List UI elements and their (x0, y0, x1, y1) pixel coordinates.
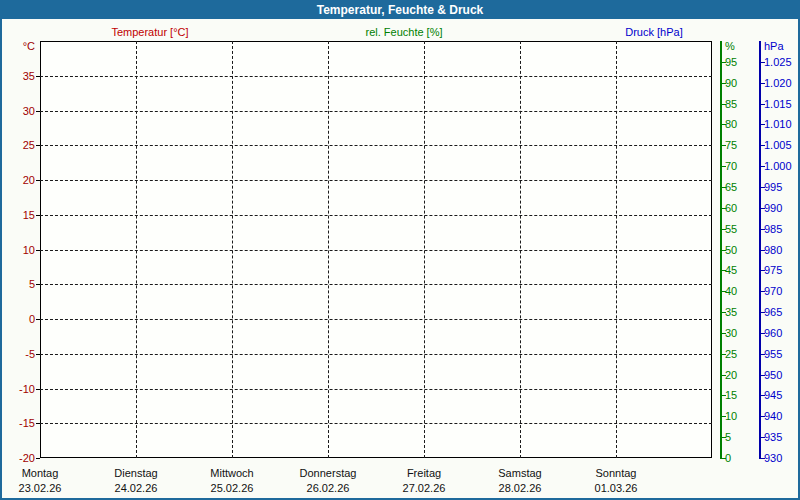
day-name-label: Donnerstag (273, 467, 383, 479)
pressure-tick-label: 1.010 (764, 119, 792, 130)
pressure-tick-label: 940 (764, 411, 782, 422)
pressure-tick-label: 965 (764, 307, 782, 318)
humidity-tick-label: 25 (725, 349, 737, 360)
temperature-gridline (40, 215, 712, 216)
day-date-label: 27.02.26 (369, 482, 479, 494)
temperature-gridline (40, 250, 712, 251)
day-gridline (424, 41, 425, 458)
humidity-tick-label: 5 (725, 432, 731, 443)
humidity-tick-label: 40 (725, 286, 737, 297)
pressure-tick-label: 995 (764, 182, 782, 193)
humidity-tick-label: 0 (725, 453, 731, 464)
day-name-label: Mittwoch (177, 467, 287, 479)
pressure-tick-label: 990 (764, 203, 782, 214)
pressure-tick-label: 955 (764, 349, 782, 360)
pressure-tick-label: 950 (764, 370, 782, 381)
pressure-tick-label: 980 (764, 245, 782, 256)
humidity-tick-label: 70 (725, 161, 737, 172)
app-window: Temperatur, Feuchte & Druck Temperatur [… (0, 0, 800, 500)
temperature-tick-label: -20 (2, 453, 35, 464)
pressure-tick-label: 985 (764, 224, 782, 235)
humidity-tick-label: 50 (725, 245, 737, 256)
pressure-tick-label: 1.025 (764, 57, 792, 68)
pressure-tick-label: 945 (764, 390, 782, 401)
humidity-tick-label: 15 (725, 390, 737, 401)
day-date-label: 01.03.26 (561, 482, 671, 494)
temperature-gridline (40, 145, 712, 146)
day-name-label: Samstag (465, 467, 575, 479)
humidity-tick-label: 80 (725, 119, 737, 130)
humidity-tick-label: 75 (725, 140, 737, 151)
temperature-tick-label: 0 (2, 314, 35, 325)
day-gridline (616, 41, 617, 458)
humidity-tick-label: 60 (725, 203, 737, 214)
temperature-gridline (40, 389, 712, 390)
temperature-gridline (40, 423, 712, 424)
day-name-label: Sonntag (561, 467, 671, 479)
day-date-label: 24.02.26 (81, 482, 191, 494)
pressure-tick-label: 1.020 (764, 78, 792, 89)
pressure-tick-label: 975 (764, 265, 782, 276)
pressure-tick-label: 930 (764, 453, 782, 464)
day-date-label: 28.02.26 (465, 482, 575, 494)
temperature-gridline (40, 354, 712, 355)
humidity-tick-label: 35 (725, 307, 737, 318)
humidity-tick-label: 85 (725, 99, 737, 110)
temperature-gridline (40, 76, 712, 77)
temperature-tick-label: -15 (2, 418, 35, 429)
day-gridline (232, 41, 233, 458)
temperature-tick-label: -10 (2, 384, 35, 395)
pressure-tick-label: 960 (764, 328, 782, 339)
day-gridline (520, 41, 521, 458)
pressure-tick-label: 1.005 (764, 140, 792, 151)
temperature-tick-label: 15 (2, 210, 35, 221)
day-name-label: Freitag (369, 467, 479, 479)
pressure-tick-label: 1.000 (764, 161, 792, 172)
temperature-tick-label: 20 (2, 175, 35, 186)
pressure-tick-label: 1.015 (764, 99, 792, 110)
temperature-tick-label: 5 (2, 279, 35, 290)
temperature-tick-mark (36, 458, 40, 459)
temperature-tick-label: -5 (2, 349, 35, 360)
day-date-label: 26.02.26 (273, 482, 383, 494)
temperature-tick-label: 30 (2, 106, 35, 117)
day-date-label: 25.02.26 (177, 482, 287, 494)
humidity-tick-label: 45 (725, 265, 737, 276)
humidity-tick-label: 55 (725, 224, 737, 235)
day-gridline (136, 41, 137, 458)
humidity-tick-label: 95 (725, 57, 737, 68)
humidity-tick-label: 10 (725, 411, 737, 422)
temperature-tick-label: 35 (2, 71, 35, 82)
temperature-gridline (40, 284, 712, 285)
day-gridline (328, 41, 329, 458)
chart-layer: 35302520151050-5-10-15-20Montag23.02.26D… (2, 2, 798, 498)
humidity-tick-label: 30 (725, 328, 737, 339)
humidity-tick-label: 20 (725, 370, 737, 381)
temperature-gridline (40, 319, 712, 320)
pressure-tick-label: 970 (764, 286, 782, 297)
day-name-label: Dienstag (81, 467, 191, 479)
humidity-tick-label: 65 (725, 182, 737, 193)
temperature-tick-label: 10 (2, 245, 35, 256)
humidity-tick-label: 90 (725, 78, 737, 89)
temperature-gridline (40, 111, 712, 112)
pressure-tick-label: 935 (764, 432, 782, 443)
temperature-tick-label: 25 (2, 140, 35, 151)
temperature-gridline (40, 180, 712, 181)
